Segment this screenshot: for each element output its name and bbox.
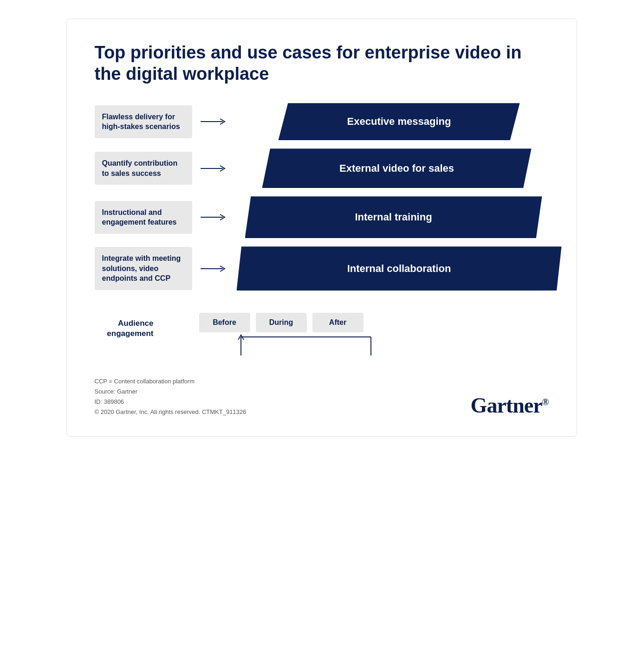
row-executive-messaging: Flawless delivery for high-stakes scenar… — [95, 103, 549, 140]
footnote-4: © 2020 Gartner, Inc. All rights reserved… — [95, 407, 247, 417]
arrow-1 — [201, 117, 228, 126]
label-instructional: Instructional and engagement features — [95, 201, 192, 234]
diagram: Flawless delivery for high-stakes scenar… — [95, 103, 549, 358]
arrow-2 — [201, 164, 228, 173]
page-title: Top priorities and use cases for enterpr… — [95, 42, 549, 84]
engagement-bracket — [199, 332, 376, 358]
row-internal-training: Instructional and engagement features In… — [95, 196, 549, 238]
gartner-logo: Gartner® — [471, 393, 549, 418]
trapezoid-training: Internal training — [245, 196, 542, 238]
engagement-before: Before — [199, 313, 250, 332]
engagement-section: Audience engagement Before During After — [95, 313, 549, 358]
engagement-label: Audience engagement — [95, 313, 162, 339]
footnote-3: ID: 389806 — [95, 397, 247, 407]
engagement-during: During — [256, 313, 307, 332]
label-integrate: Integrate with meeting solutions, video … — [95, 247, 192, 290]
footnote-2: Source: Gartner — [95, 387, 247, 397]
row-internal-collab: Integrate with meeting solutions, video … — [95, 246, 549, 291]
label-high-stakes: Flawless delivery for high-stakes scenar… — [95, 105, 192, 138]
main-card: Top priorities and use cases for enterpr… — [66, 19, 577, 437]
footnote-1: CCP = Content collaboration platform — [95, 376, 247, 387]
engagement-boxes: Before During After — [199, 313, 376, 332]
arrow-3 — [201, 213, 228, 222]
trapezoid-sales: External video for sales — [262, 149, 532, 188]
engagement-after: After — [312, 313, 364, 332]
label-sales: Quantify contribution to sales success — [95, 152, 192, 185]
footer: CCP = Content collaboration platform Sou… — [95, 376, 549, 417]
arrow-4 — [201, 264, 228, 273]
trapezoid-executive: Executive messaging — [279, 103, 520, 140]
footer-notes: CCP = Content collaboration platform Sou… — [95, 376, 247, 417]
row-external-video: Quantify contribution to sales success E… — [95, 149, 549, 188]
trapezoid-collab: Internal collaboration — [237, 246, 562, 291]
